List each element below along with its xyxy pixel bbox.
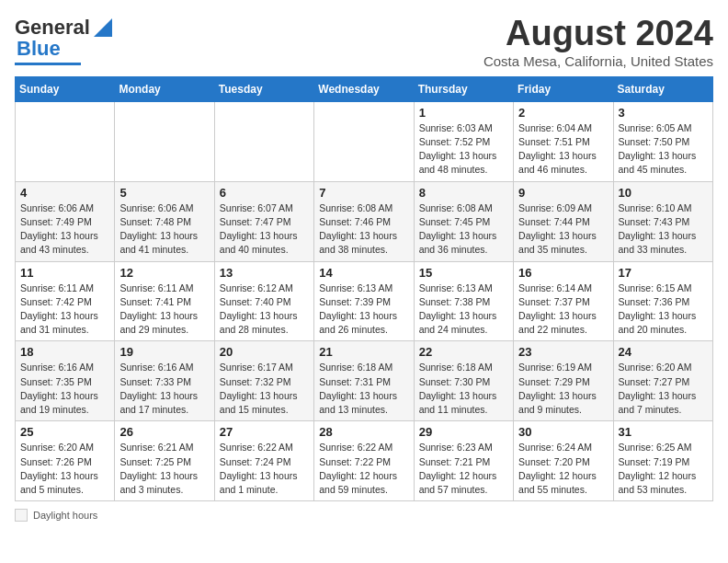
calendar-cell: 27Sunrise: 6:22 AMSunset: 7:24 PMDayligh…: [214, 421, 313, 501]
calendar-cell: 10Sunrise: 6:10 AMSunset: 7:43 PMDayligh…: [613, 181, 712, 261]
day-number: 10: [619, 186, 708, 200]
calendar-week-row: 11Sunrise: 6:11 AMSunset: 7:42 PMDayligh…: [16, 261, 713, 341]
calendar-cell: 11Sunrise: 6:11 AMSunset: 7:42 PMDayligh…: [16, 261, 115, 341]
calendar-cell: 8Sunrise: 6:08 AMSunset: 7:45 PMDaylight…: [414, 181, 513, 261]
day-info: Sunrise: 6:06 AMSunset: 7:49 PMDaylight:…: [20, 201, 109, 258]
calendar-cell: 21Sunrise: 6:18 AMSunset: 7:31 PMDayligh…: [314, 341, 414, 421]
calendar-cell: 15Sunrise: 6:13 AMSunset: 7:38 PMDayligh…: [414, 261, 513, 341]
day-number: 4: [20, 186, 109, 200]
calendar-body: 1Sunrise: 6:03 AMSunset: 7:52 PMDaylight…: [16, 101, 713, 500]
day-info: Sunrise: 6:16 AMSunset: 7:35 PMDaylight:…: [20, 361, 109, 417]
day-number: 13: [220, 266, 309, 280]
day-number: 14: [319, 266, 408, 280]
calendar-cell: 7Sunrise: 6:08 AMSunset: 7:46 PMDaylight…: [314, 181, 414, 261]
day-of-week-header: Monday: [115, 76, 214, 101]
day-of-week-header: Saturday: [613, 76, 712, 101]
logo-triangle-icon: [90, 15, 116, 40]
day-number: 1: [419, 106, 508, 120]
day-info: Sunrise: 6:05 AMSunset: 7:50 PMDaylight:…: [619, 121, 708, 178]
day-of-week-header: Sunday: [16, 76, 115, 101]
day-info: Sunrise: 6:13 AMSunset: 7:38 PMDaylight:…: [419, 282, 508, 338]
calendar-week-row: 25Sunrise: 6:20 AMSunset: 7:26 PMDayligh…: [16, 421, 713, 501]
day-number: 7: [319, 186, 408, 200]
logo-underline: [15, 63, 81, 65]
day-number: 3: [619, 106, 708, 120]
day-number: 11: [20, 266, 109, 280]
day-number: 15: [419, 266, 508, 280]
day-number: 6: [220, 186, 309, 200]
day-info: Sunrise: 6:06 AMSunset: 7:48 PMDaylight:…: [119, 201, 209, 258]
title-area: August 2024 Costa Mesa, California, Unit…: [483, 15, 713, 69]
day-info: Sunrise: 6:08 AMSunset: 7:45 PMDaylight:…: [419, 201, 508, 258]
day-number: 27: [220, 425, 309, 439]
calendar-cell: 1Sunrise: 6:03 AMSunset: 7:52 PMDaylight…: [414, 101, 513, 181]
calendar-cell: 6Sunrise: 6:07 AMSunset: 7:47 PMDaylight…: [214, 181, 313, 261]
day-info: Sunrise: 6:11 AMSunset: 7:41 PMDaylight:…: [119, 282, 209, 338]
calendar-cell: [314, 101, 414, 181]
day-of-week-header: Tuesday: [214, 76, 313, 101]
day-info: Sunrise: 6:16 AMSunset: 7:33 PMDaylight:…: [119, 361, 209, 417]
calendar-cell: 12Sunrise: 6:11 AMSunset: 7:41 PMDayligh…: [115, 261, 214, 341]
day-number: 24: [619, 345, 708, 359]
day-of-week-header: Thursday: [414, 76, 513, 101]
calendar-cell: 18Sunrise: 6:16 AMSunset: 7:35 PMDayligh…: [16, 341, 115, 421]
day-number: 26: [119, 425, 209, 439]
calendar-cell: 22Sunrise: 6:18 AMSunset: 7:30 PMDayligh…: [414, 341, 513, 421]
svg-marker-0: [94, 18, 112, 37]
calendar-cell: 26Sunrise: 6:21 AMSunset: 7:25 PMDayligh…: [115, 421, 214, 501]
calendar-table: SundayMondayTuesdayWednesdayThursdayFrid…: [15, 76, 713, 501]
calendar-cell: 23Sunrise: 6:19 AMSunset: 7:29 PMDayligh…: [514, 341, 613, 421]
main-title: August 2024: [483, 15, 713, 53]
day-info: Sunrise: 6:09 AMSunset: 7:44 PMDaylight:…: [518, 201, 608, 258]
day-number: 20: [220, 345, 309, 359]
day-info: Sunrise: 6:22 AMSunset: 7:22 PMDaylight:…: [319, 441, 408, 497]
footer: Daylight hours: [15, 509, 713, 522]
day-info: Sunrise: 6:11 AMSunset: 7:42 PMDaylight:…: [20, 282, 109, 338]
calendar-cell: 28Sunrise: 6:22 AMSunset: 7:22 PMDayligh…: [314, 421, 414, 501]
days-of-week-row: SundayMondayTuesdayWednesdayThursdayFrid…: [16, 76, 713, 101]
day-number: 18: [20, 345, 109, 359]
calendar-cell: 9Sunrise: 6:09 AMSunset: 7:44 PMDaylight…: [514, 181, 613, 261]
day-number: 16: [518, 266, 608, 280]
calendar-week-row: 18Sunrise: 6:16 AMSunset: 7:35 PMDayligh…: [16, 341, 713, 421]
calendar-cell: 31Sunrise: 6:25 AMSunset: 7:19 PMDayligh…: [613, 421, 712, 501]
day-info: Sunrise: 6:18 AMSunset: 7:31 PMDaylight:…: [319, 361, 408, 417]
calendar-cell: 4Sunrise: 6:06 AMSunset: 7:49 PMDaylight…: [16, 181, 115, 261]
day-number: 31: [619, 425, 708, 439]
day-info: Sunrise: 6:19 AMSunset: 7:29 PMDaylight:…: [518, 361, 608, 417]
calendar-header: SundayMondayTuesdayWednesdayThursdayFrid…: [16, 76, 713, 101]
day-of-week-header: Wednesday: [314, 76, 414, 101]
calendar-cell: 13Sunrise: 6:12 AMSunset: 7:40 PMDayligh…: [214, 261, 313, 341]
calendar-cell: [16, 101, 115, 181]
day-info: Sunrise: 6:08 AMSunset: 7:46 PMDaylight:…: [319, 201, 408, 258]
day-info: Sunrise: 6:07 AMSunset: 7:47 PMDaylight:…: [220, 201, 309, 258]
day-number: 8: [419, 186, 508, 200]
day-of-week-header: Friday: [514, 76, 613, 101]
calendar-cell: [115, 101, 214, 181]
day-number: 30: [518, 425, 608, 439]
calendar-cell: [214, 101, 313, 181]
calendar-cell: 3Sunrise: 6:05 AMSunset: 7:50 PMDaylight…: [613, 101, 712, 181]
calendar-week-row: 1Sunrise: 6:03 AMSunset: 7:52 PMDaylight…: [16, 101, 713, 181]
day-info: Sunrise: 6:25 AMSunset: 7:19 PMDaylight:…: [619, 441, 708, 497]
day-info: Sunrise: 6:15 AMSunset: 7:36 PMDaylight:…: [619, 282, 708, 338]
day-number: 2: [518, 106, 608, 120]
daylight-label: Daylight hours: [33, 510, 97, 521]
day-number: 9: [518, 186, 608, 200]
calendar-cell: 20Sunrise: 6:17 AMSunset: 7:32 PMDayligh…: [214, 341, 313, 421]
day-number: 23: [518, 345, 608, 359]
day-info: Sunrise: 6:22 AMSunset: 7:24 PMDaylight:…: [220, 441, 309, 497]
calendar-cell: 14Sunrise: 6:13 AMSunset: 7:39 PMDayligh…: [314, 261, 414, 341]
daylight-indicator: [15, 509, 28, 522]
header: General Blue August 2024 Costa Mesa, Cal…: [15, 15, 713, 69]
day-info: Sunrise: 6:12 AMSunset: 7:40 PMDaylight:…: [220, 282, 309, 338]
day-info: Sunrise: 6:13 AMSunset: 7:39 PMDaylight:…: [319, 282, 408, 338]
day-number: 25: [20, 425, 109, 439]
day-number: 29: [419, 425, 508, 439]
day-info: Sunrise: 6:21 AMSunset: 7:25 PMDaylight:…: [119, 441, 209, 497]
day-info: Sunrise: 6:24 AMSunset: 7:20 PMDaylight:…: [518, 441, 608, 497]
logo-blue: Blue: [17, 37, 61, 61]
day-number: 17: [619, 266, 708, 280]
day-number: 28: [319, 425, 408, 439]
calendar-cell: 17Sunrise: 6:15 AMSunset: 7:36 PMDayligh…: [613, 261, 712, 341]
